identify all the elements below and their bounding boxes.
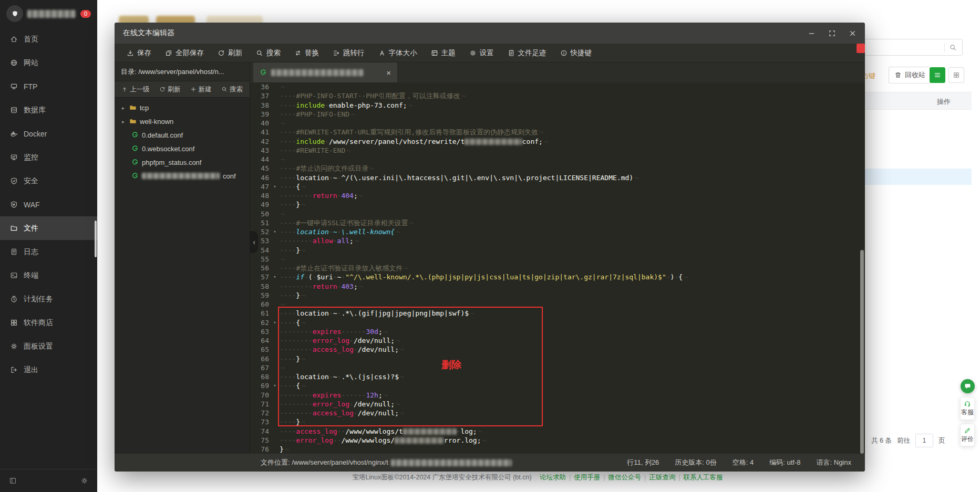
- code-line[interactable]: 42····include·/www/server/panel/vhost/re…: [250, 137, 865, 146]
- tab-close-icon[interactable]: ×: [386, 68, 391, 77]
- code-line[interactable]: 68····location·~·.*\.(js|css)?$¬: [250, 372, 865, 381]
- code-line[interactable]: 41····#REWRITE-START·URL重写规则引用,修改后将导致面板设…: [250, 128, 865, 137]
- code-line[interactable]: 74····access_log··/www/wwwlogs/t·log;¬: [250, 427, 865, 436]
- sidebar-scrollbar[interactable]: [95, 221, 97, 257]
- message-count-badge[interactable]: 0: [80, 10, 91, 18]
- code-line[interactable]: 61····location·~·.*\.(gif|jpg|jpeg|png|b…: [250, 309, 865, 318]
- customer-service-button[interactable]: 客服: [960, 397, 975, 420]
- code-line[interactable]: 52▾····location·~·\.well-known{¬: [250, 227, 865, 236]
- save-all-button[interactable]: 全部保存: [158, 44, 211, 62]
- sidebar-item-appstore[interactable]: 软件商店: [0, 311, 97, 334]
- collapse-tree-handle[interactable]: ‹: [250, 231, 258, 253]
- feedback-button[interactable]: 评价: [960, 424, 975, 447]
- code-line[interactable]: 46····location·~·^/(\.user.ini|\.htacces…: [250, 173, 865, 182]
- shortcuts-button[interactable]: 快捷键: [553, 44, 599, 62]
- tree-file[interactable]: phpfpm_status.conf: [115, 155, 250, 169]
- code-line[interactable]: 49····}¬: [250, 200, 865, 209]
- save-button[interactable]: 保存: [120, 44, 158, 62]
- sidebar-item-monitor[interactable]: 监控: [0, 145, 97, 169]
- footer-link[interactable]: 联系人工客服: [684, 474, 723, 481]
- code-line[interactable]: 43····#REWRITE-END¬: [250, 146, 865, 155]
- tree-folder[interactable]: ▸well-known: [115, 114, 250, 128]
- sidebar-item-files[interactable]: 文件: [0, 216, 97, 240]
- sidebar-item-terminal[interactable]: 终端: [0, 264, 97, 287]
- fold-caret-icon[interactable]: ▾: [271, 273, 278, 281]
- footer-link[interactable]: 论坛求助: [540, 474, 566, 481]
- code-line[interactable]: 45····#禁止访问的文件或目录¬: [250, 164, 865, 173]
- search-button[interactable]: 搜索: [249, 44, 287, 62]
- fold-caret-icon[interactable]: ▾: [271, 182, 278, 191]
- code-line[interactable]: 44¬: [250, 155, 865, 164]
- sidebar-item-docker[interactable]: Docker: [0, 122, 97, 145]
- fold-caret-icon[interactable]: ▾: [271, 381, 278, 390]
- code-line[interactable]: 69▾····{¬: [250, 381, 865, 390]
- code-line[interactable]: 58········return·403;¬: [250, 282, 865, 291]
- grid-view-button[interactable]: [948, 67, 964, 83]
- footer-link[interactable]: 正版查询: [649, 474, 675, 481]
- code-line[interactable]: 62▾····{¬: [250, 318, 865, 327]
- code-line[interactable]: 40¬: [250, 119, 865, 128]
- maximize-icon[interactable]: [828, 29, 836, 37]
- sidebar-item-waf[interactable]: WAF: [0, 193, 97, 216]
- code-line[interactable]: 39····#PHP-INFO-END¬: [250, 110, 865, 119]
- code-line[interactable]: 73····}¬: [250, 417, 865, 426]
- footer-link[interactable]: 使用手册: [574, 474, 600, 481]
- sidebar-item-logout[interactable]: 退出: [0, 358, 97, 382]
- open-file-tab[interactable]: ×: [253, 62, 397, 82]
- code-line[interactable]: 70········expires······12h;¬: [250, 391, 865, 400]
- code-line[interactable]: 36¬: [250, 82, 865, 91]
- tree-search-button[interactable]: 搜索: [221, 85, 243, 94]
- sidebar-item-cron[interactable]: 计划任务: [0, 287, 97, 311]
- page-number-input[interactable]: [915, 434, 933, 447]
- code-line[interactable]: 37····#PHP-INFO-START··PHP引用配置，可以注释或修改¬: [250, 91, 865, 100]
- code-line[interactable]: 56····#禁止在证书验证目录放入敏感文件¬: [250, 264, 865, 273]
- sidebar-item-security[interactable]: 安全: [0, 169, 97, 193]
- code-line[interactable]: 71········error_log·/dev/null;¬: [250, 400, 865, 409]
- code-line[interactable]: 72········access_log·/dev/null;¬: [250, 409, 865, 417]
- fold-caret-icon[interactable]: ▾: [271, 227, 278, 236]
- code-line[interactable]: 64········error_log·/dev/null;¬: [250, 336, 865, 345]
- collapse-sidebar-icon[interactable]: [9, 477, 17, 485]
- code-line[interactable]: 50¬: [250, 210, 865, 218]
- code-line[interactable]: 53········allow·all;¬: [250, 236, 865, 245]
- code-line[interactable]: 67¬: [250, 363, 865, 372]
- sidebar-item-database[interactable]: 数据库: [0, 98, 97, 122]
- minimize-icon[interactable]: [808, 29, 816, 37]
- theme-button[interactable]: 主题: [424, 44, 462, 62]
- sidebar-item-website[interactable]: 网站: [0, 51, 97, 75]
- code-line[interactable]: 66····}¬: [250, 354, 865, 363]
- goto-line-button[interactable]: 跳转行: [326, 44, 372, 62]
- tree-up-button[interactable]: 上一级: [121, 85, 150, 94]
- code-line[interactable]: 38····include·enable-php-73.conf;¬: [250, 101, 865, 110]
- modal-title-bar[interactable]: 在线文本编辑器: [115, 23, 865, 44]
- sidebar-item-home[interactable]: 首页: [0, 27, 97, 51]
- code-line[interactable]: 59····}¬: [250, 291, 865, 300]
- file-history-button[interactable]: 文件足迹: [501, 44, 553, 62]
- tree-folder[interactable]: ▸tcp: [115, 101, 250, 114]
- refresh-button[interactable]: 刷新: [211, 44, 249, 62]
- code-line[interactable]: 47▾····{¬: [250, 182, 865, 191]
- code-line[interactable]: 65········access_log·/dev/null;¬: [250, 345, 865, 354]
- sidebar-item-ftp[interactable]: FTP: [0, 75, 97, 98]
- sidebar-gear-icon[interactable]: [80, 477, 88, 485]
- code-line[interactable]: 63········expires······30d;¬: [250, 327, 865, 336]
- tree-file[interactable]: conf: [115, 169, 250, 183]
- tree-new-button[interactable]: 新建: [190, 85, 212, 94]
- footer-link[interactable]: 微信公众号: [608, 474, 642, 481]
- list-view-button[interactable]: [930, 67, 945, 83]
- code-line[interactable]: 75····error_log··/www/wwwlogs/rror.log;¬: [250, 436, 865, 445]
- search-icon[interactable]: [949, 44, 957, 51]
- current-directory[interactable]: 目录: /www/server/panel/vhost/n...: [115, 62, 250, 81]
- code-line[interactable]: 76}¬: [250, 445, 865, 454]
- code-line[interactable]: 54····}¬: [250, 246, 865, 255]
- settings-button[interactable]: 设置: [462, 44, 501, 62]
- code-line[interactable]: 60¬: [250, 300, 865, 309]
- font-size-button[interactable]: 字体大小: [372, 44, 424, 62]
- close-icon[interactable]: [849, 29, 857, 37]
- code-line[interactable]: 48········return·404;¬: [250, 191, 865, 200]
- code-line[interactable]: 55¬: [250, 255, 865, 264]
- online-service-button[interactable]: [961, 379, 975, 393]
- tree-file[interactable]: 0.default.conf: [115, 128, 250, 142]
- recycle-bin-button[interactable]: 回收站: [889, 67, 931, 83]
- tree-refresh-button[interactable]: 刷新: [159, 85, 181, 94]
